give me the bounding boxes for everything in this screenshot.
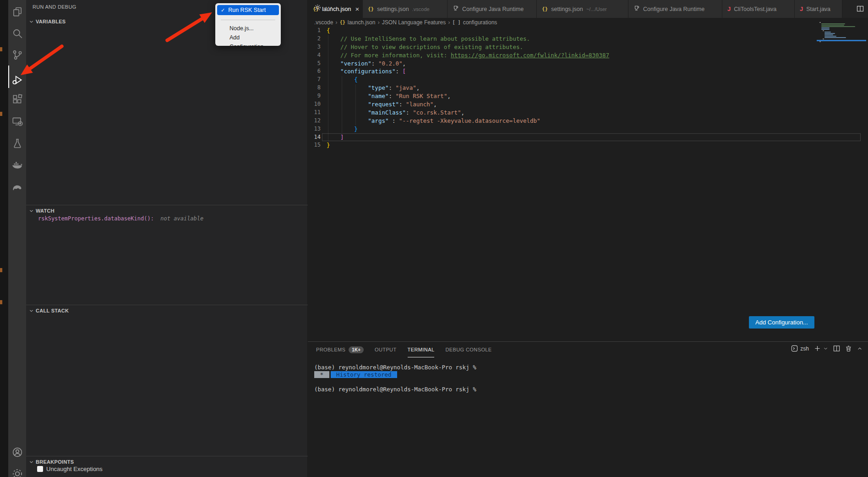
activity-item-run-and-debug[interactable]: [8, 71, 26, 89]
panel-tab-debug-console[interactable]: DEBUG CONSOLE: [445, 342, 491, 357]
activity-item-extensions[interactable]: [8, 90, 26, 109]
sidebar-title: RUN AND DEBUG: [33, 4, 76, 10]
line-number: 5: [308, 60, 321, 68]
code-token: "co.rsk.Start": [413, 109, 461, 116]
new-terminal-button[interactable]: [814, 345, 828, 352]
code-token: "name": [327, 93, 388, 99]
code-line: 11 "mainClass": "co.rsk.Start",: [308, 109, 868, 117]
minimap-line: [819, 22, 821, 23]
line-number: 8: [308, 84, 321, 92]
code-token: // Hover to view descriptions of existin…: [327, 44, 523, 50]
chevron-down-icon: [29, 308, 34, 313]
breadcrumb-item[interactable]: launch.json: [348, 19, 376, 26]
code-token: // Use IntelliSense to learn about possi…: [327, 35, 530, 42]
breadcrumb-separator: ›: [377, 19, 379, 26]
tab-settings-json[interactable]: {}settings.json.vscode: [363, 0, 448, 18]
code-token: "--regtest -Xkeyvalue.datasource=leveldb…: [399, 117, 540, 124]
dropdown-item-node-js-[interactable]: Node.js...: [217, 24, 279, 33]
dropdown-separator: [221, 20, 275, 20]
code-token: :: [371, 60, 378, 67]
panel-tab-problems[interactable]: PROBLEMS1K+: [316, 342, 364, 357]
add-configuration-button[interactable]: Add Configuration...: [749, 316, 814, 329]
uncaught-exceptions-checkbox[interactable]: [37, 466, 43, 472]
call-stack-section-header[interactable]: CALL STACK: [29, 306, 69, 316]
split-terminal-button[interactable]: [833, 345, 840, 352]
maximize-panel-button[interactable]: [857, 346, 863, 351]
line-number: 14: [308, 133, 321, 142]
activity-item-remote-explorer[interactable]: [8, 112, 26, 131]
tab-configure-java-runtime[interactable]: Configure Java Runtime: [448, 0, 537, 18]
tab-label: settings.json: [377, 6, 409, 12]
activity-item-accounts[interactable]: [8, 443, 26, 461]
views-more-actions-button[interactable]: …: [325, 1, 333, 10]
section-label: CALL STACK: [36, 308, 69, 313]
code-token: :: [399, 101, 406, 108]
remote-icon: [11, 115, 23, 127]
line-number: 2: [308, 35, 321, 43]
activity-item-explorer[interactable]: [8, 3, 26, 21]
code-token: // For more information, visit:: [327, 52, 451, 59]
indent-guide: [355, 84, 356, 126]
breadcrumb-separator: ›: [335, 19, 337, 26]
watch-expression-row[interactable]: rskSystemProperties.databaseKind(): not …: [38, 215, 203, 222]
watch-section-header[interactable]: WATCH: [29, 206, 55, 216]
chevron-up-icon: [857, 346, 863, 351]
close-icon[interactable]: ×: [355, 5, 360, 13]
launch-profile-button[interactable]: zsh: [791, 345, 809, 352]
dropdown-selected-item[interactable]: ✓ Run RSK Start: [217, 5, 279, 15]
code-editor[interactable]: 1{2 // Use IntelliSense to learn about p…: [308, 27, 868, 149]
flask-icon: [11, 137, 23, 149]
code-line: 15}: [308, 141, 868, 149]
breakpoint-row[interactable]: Uncaught Exceptions: [37, 466, 103, 472]
history-restored-chip: History restored: [331, 371, 397, 378]
code-token: ,: [461, 109, 465, 116]
line-content: "mainClass": "co.rsk.Start",: [321, 109, 464, 117]
dropdown-item-add-configuration-[interactable]: Add Configuration...: [217, 33, 279, 42]
code-line: 2 // Use IntelliSense to learn about pos…: [308, 35, 868, 43]
terminal-output[interactable]: (base) reynoldmorel@Reynolds-MacBook-Pro…: [314, 364, 476, 393]
split-editor-icon[interactable]: [857, 5, 864, 14]
json-file-icon: {}: [542, 6, 548, 12]
activity-item-search[interactable]: [8, 24, 26, 43]
panel-tab-terminal[interactable]: TERMINAL: [408, 342, 435, 357]
dropdown-selected-label: Run RSK Start: [228, 7, 266, 13]
variables-section-header[interactable]: VARIABLES: [29, 16, 66, 27]
breadcrumb-item[interactable]: .vscode: [314, 19, 333, 26]
breadcrumb-item[interactable]: configurations: [463, 19, 497, 26]
code-token: :: [406, 109, 413, 116]
code-token: "type": [327, 84, 388, 91]
dropdown-items: Node.js...Add Configuration...: [217, 24, 279, 42]
minimap-line: [821, 23, 845, 24]
activity-item-source-control[interactable]: [8, 46, 26, 64]
minimap-line: [824, 34, 833, 35]
activity-item-manage[interactable]: [8, 465, 26, 477]
tab-configure-java-runtime[interactable]: Configure Java Runtime: [628, 0, 722, 18]
line-content: }: [321, 125, 358, 133]
line-content: // For more information, visit: https://…: [321, 51, 609, 60]
tab-settings-json[interactable]: {}settings.json~/.../User: [537, 0, 628, 18]
tab-label: Configure Java Runtime: [462, 6, 524, 12]
code-link[interactable]: https://go.microsoft.com/fwlink/?linkid=…: [451, 52, 609, 59]
tab-start-java[interactable]: JStart.java: [795, 0, 842, 18]
line-content: "type": "java",: [321, 84, 420, 92]
open-launch-json-gear-icon[interactable]: [314, 4, 322, 13]
kill-terminal-button[interactable]: [845, 345, 852, 352]
java-file-icon: J: [727, 5, 731, 12]
panel-tab-output[interactable]: OUTPUT: [375, 342, 397, 357]
code-token: "request": [327, 101, 399, 108]
breadcrumb-item[interactable]: JSON Language Features: [382, 19, 446, 26]
activity-item-testing[interactable]: [8, 134, 26, 153]
activity-item-docker[interactable]: [8, 156, 26, 174]
tab-label: settings.json: [551, 6, 583, 12]
tab-label: Start.java: [806, 6, 830, 12]
minimap[interactable]: [819, 22, 865, 43]
activity-item-gradle[interactable]: [8, 178, 26, 196]
activity-bar: [8, 0, 26, 477]
tab-clitoolstest-java[interactable]: JCliToolsTest.java: [722, 0, 795, 18]
code-token: ,: [403, 60, 406, 67]
code-line: 14 ]: [308, 133, 868, 142]
terminal-icon: [791, 345, 798, 352]
minimap-current-line: [817, 40, 866, 41]
code-line: 7 {: [308, 76, 868, 84]
edge-marker: [0, 112, 2, 116]
